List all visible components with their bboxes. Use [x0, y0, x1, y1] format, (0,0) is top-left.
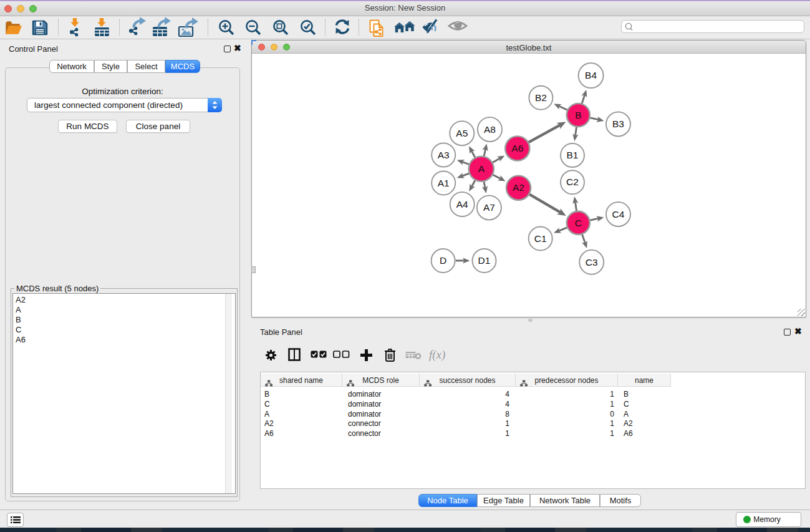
- svg-text:A1: A1: [438, 178, 450, 188]
- svg-text:C2: C2: [566, 177, 579, 187]
- svg-text:A2: A2: [513, 182, 524, 193]
- svg-text:B4: B4: [585, 70, 597, 80]
- svg-text:C1: C1: [534, 233, 547, 244]
- svg-text:C4: C4: [612, 209, 625, 220]
- svg-text:B2: B2: [535, 92, 547, 103]
- svg-text:C3: C3: [586, 257, 598, 268]
- svg-text:D1: D1: [478, 255, 491, 266]
- svg-text:A3: A3: [438, 150, 450, 160]
- svg-text:B1: B1: [567, 150, 579, 160]
- svg-text:A: A: [478, 163, 485, 174]
- svg-text:D: D: [440, 255, 446, 266]
- svg-text:A8: A8: [484, 124, 496, 135]
- svg-text:B: B: [575, 110, 581, 120]
- svg-text:C: C: [575, 218, 582, 228]
- svg-text:A5: A5: [456, 128, 468, 138]
- svg-text:A7: A7: [483, 202, 495, 213]
- svg-text:B3: B3: [612, 118, 624, 129]
- svg-text:A6: A6: [511, 143, 523, 153]
- svg-text:A4: A4: [456, 199, 468, 210]
